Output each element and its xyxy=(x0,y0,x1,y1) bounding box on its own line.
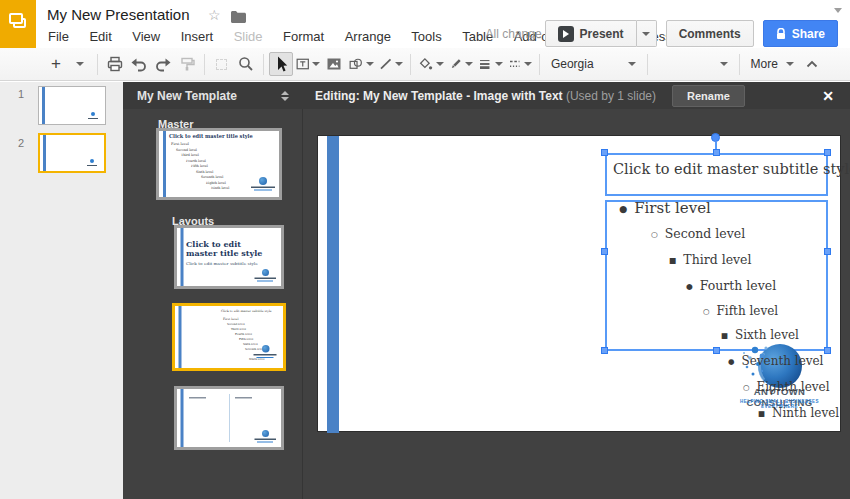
close-icon[interactable]: ✕ xyxy=(822,88,834,104)
menu-format[interactable]: Format xyxy=(275,27,332,46)
level-8-text[interactable]: ○Eighth level xyxy=(743,381,830,394)
logo-mini xyxy=(252,269,278,284)
line-weight-button[interactable] xyxy=(475,52,504,76)
select-tool-button[interactable] xyxy=(269,52,293,76)
google-slides-app: My New Presentation ☆ File Edit View Ins… xyxy=(0,0,850,499)
level-9-text[interactable]: ■Ninth level xyxy=(758,407,839,420)
slide-thumbnail-1[interactable] xyxy=(38,86,106,125)
resize-handle-top-mid[interactable] xyxy=(713,149,720,156)
hide-menus-button[interactable] xyxy=(800,52,824,76)
slide-accent-bar xyxy=(43,135,46,171)
resize-handle-bottom-mid[interactable] xyxy=(713,347,720,354)
rotation-handle[interactable] xyxy=(711,133,720,142)
level-6-text[interactable]: ■Sixth level xyxy=(721,329,799,342)
bullet-icon: ○ xyxy=(703,307,710,316)
chevron-down-icon xyxy=(495,62,503,66)
slide-number: 2 xyxy=(18,137,24,149)
level-7-text[interactable]: ●Seventh level xyxy=(728,355,823,368)
redo-button[interactable] xyxy=(151,52,175,76)
play-icon xyxy=(558,26,574,42)
bullet-icon: ● xyxy=(619,203,627,214)
present-label: Present xyxy=(580,27,624,41)
line-dash-button[interactable] xyxy=(505,52,534,76)
chevron-down-icon xyxy=(76,62,84,66)
insert-line-button[interactable] xyxy=(376,52,405,76)
level-3-text[interactable]: ■Third level xyxy=(669,253,752,267)
cursor-icon xyxy=(272,55,290,73)
folder-icon[interactable] xyxy=(231,9,246,27)
insert-image-button[interactable] xyxy=(322,52,346,76)
collapse-chrome-icon[interactable] xyxy=(834,8,842,13)
menu-file[interactable]: File xyxy=(40,27,77,46)
lock-icon xyxy=(776,28,786,40)
bullet-icon: ■ xyxy=(758,409,765,418)
chevron-down-icon xyxy=(465,62,473,66)
layouts-column: Master Click to edit master title style … xyxy=(123,109,303,499)
present-button[interactable]: Present xyxy=(545,20,637,47)
undo-button[interactable] xyxy=(127,52,151,76)
toolbar-separator xyxy=(647,54,648,75)
comments-button[interactable]: Comments xyxy=(666,20,754,47)
slide-thumbnail-2[interactable] xyxy=(38,133,106,173)
chevron-down-icon xyxy=(642,32,650,36)
chevron-down-icon xyxy=(786,62,794,66)
bullet-icon: ■ xyxy=(721,331,728,340)
subtitle-placeholder-text[interactable]: Click to edit master subtitle style xyxy=(613,161,850,177)
layout-thumbnail-image-with-text[interactable]: Click to edit master subtitle style Firs… xyxy=(172,303,286,371)
slide-canvas[interactable]: Click to edit master subtitle style ●Fir… xyxy=(317,135,841,432)
slide-accent-bar[interactable] xyxy=(327,136,339,433)
text-box-tool-button[interactable] xyxy=(293,52,322,76)
menu-insert[interactable]: Insert xyxy=(173,27,222,46)
chevron-down-icon xyxy=(312,62,320,66)
share-button[interactable]: Share xyxy=(763,20,838,47)
menu-tools[interactable]: Tools xyxy=(403,27,449,46)
present-dropdown-button[interactable] xyxy=(637,20,657,47)
fill-color-button[interactable] xyxy=(416,52,445,76)
layout-thumbnail-two-columns[interactable] xyxy=(174,386,284,450)
resize-handle-top-right[interactable] xyxy=(824,149,831,156)
editing-status: Editing: My New Template - Image with Te… xyxy=(315,89,656,103)
layout-thumbnail-title[interactable]: Click to edit master title style Click t… xyxy=(174,225,284,289)
menu-edit[interactable]: Edit xyxy=(81,27,119,46)
border-color-button[interactable] xyxy=(446,52,475,76)
share-label: Share xyxy=(792,27,825,41)
toolbar-separator xyxy=(410,54,411,75)
resize-handle-bottom-right[interactable] xyxy=(824,347,831,354)
chevron-down-icon xyxy=(436,62,444,66)
slides-logo-front-shape xyxy=(9,13,23,24)
chevron-down-icon xyxy=(395,62,403,66)
font-size-select[interactable] xyxy=(653,52,734,76)
master-thumbnail[interactable]: Click to edit master title style First l… xyxy=(156,128,282,200)
editing-title: Editing: My New Template - Image with Te… xyxy=(315,89,563,103)
new-slide-button[interactable]: + xyxy=(44,52,68,76)
logo-mini xyxy=(251,345,279,361)
level-4-text[interactable]: ●Fourth level xyxy=(686,279,776,293)
sort-icon[interactable] xyxy=(281,91,289,101)
company-logo[interactable]: ANYTOWN CONSULTING HELPING SMALL BUSINES… xyxy=(722,341,837,409)
resize-handle-top-left[interactable] xyxy=(601,149,608,156)
rename-button[interactable]: Rename xyxy=(672,85,745,107)
level-1-text[interactable]: ●First level xyxy=(619,200,711,217)
menu-view[interactable]: View xyxy=(124,27,168,46)
logo-mini xyxy=(252,430,278,445)
insert-shape-button[interactable] xyxy=(346,52,375,76)
font-family-select[interactable]: Georgia xyxy=(545,52,642,76)
new-slide-dropdown[interactable] xyxy=(68,52,92,76)
chevron-down-icon xyxy=(628,62,636,66)
print-button[interactable] xyxy=(103,52,127,76)
star-icon[interactable]: ☆ xyxy=(208,7,221,23)
resize-handle-bottom-left[interactable] xyxy=(601,347,608,354)
resize-handle-mid-left[interactable] xyxy=(601,248,608,255)
level-5-text[interactable]: ○Fifth level xyxy=(703,305,778,318)
slides-logo-icon[interactable] xyxy=(0,0,36,48)
content-area: 1 2 My New Template Editing: M xyxy=(0,82,850,499)
titlebar: My New Presentation ☆ File Edit View Ins… xyxy=(0,0,850,48)
zoom-button[interactable] xyxy=(234,52,258,76)
menu-slide: Slide xyxy=(226,27,271,46)
resize-handle-mid-right[interactable] xyxy=(824,248,831,255)
document-title[interactable]: My New Presentation xyxy=(47,6,190,23)
more-menu[interactable]: More xyxy=(745,52,800,76)
level-2-text[interactable]: ○Second level xyxy=(651,227,745,241)
present-split-button: Present xyxy=(545,20,657,47)
menu-arrange[interactable]: Arrange xyxy=(337,27,399,46)
